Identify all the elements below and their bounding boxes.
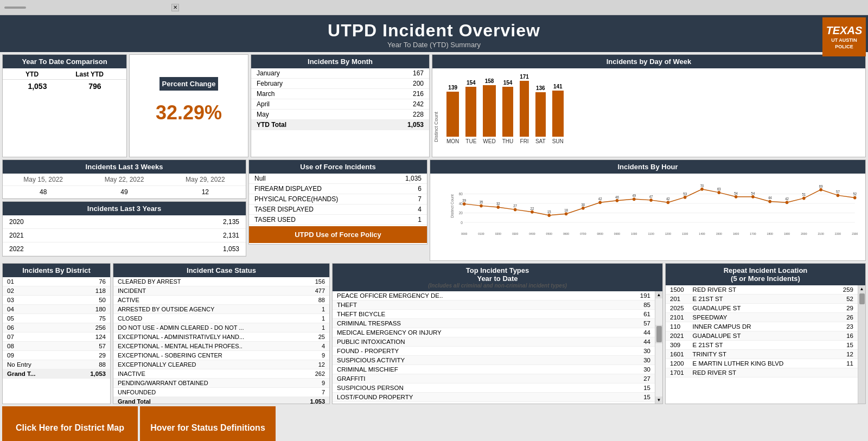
dow-bar-value: 136 xyxy=(536,85,545,91)
page-subtitle: Year To Date (YTD) Summary xyxy=(0,41,868,49)
top-incident-types-box: Top Incident Types Year to Date (Include… xyxy=(332,263,663,404)
svg-text:Distinct Count: Distinct Count xyxy=(451,194,455,218)
svg-text:69: 69 xyxy=(819,184,823,188)
svg-text:2000: 2000 xyxy=(801,232,807,235)
dow-bar-group: 171 FRI xyxy=(520,74,529,144)
svg-text:2200: 2200 xyxy=(835,232,841,235)
dow-bar-day: FRI xyxy=(520,138,529,144)
incidents-by-dow-header: Incidents by Day of Week xyxy=(432,55,865,68)
force-table: Null1,035FIREARM DISPLAYED6PHYSICAL FORC… xyxy=(249,174,427,225)
ytd-val2: 796 xyxy=(88,82,101,91)
svg-text:0700: 0700 xyxy=(580,232,586,235)
weeks-value: 48 xyxy=(3,186,84,199)
repeat-table: 1500RED RIVER ST259201E 21ST ST522025GUA… xyxy=(666,285,858,378)
svg-point-9 xyxy=(463,202,466,206)
repeat-scroll-up[interactable]: ▲ xyxy=(858,285,865,292)
dow-bar xyxy=(483,85,495,137)
scroll-thumb xyxy=(656,326,662,342)
years-table-row: 20221,053 xyxy=(3,242,246,256)
scroll-down-btn[interactable]: ▼ xyxy=(655,397,662,404)
force-table-row: TASER USED1 xyxy=(249,215,427,225)
status-table-row: INCIDENT477 xyxy=(113,286,329,296)
incident-types-table-row: PUBLIC INTOXICATION44 xyxy=(333,337,655,347)
ytd-col1-label: YTD xyxy=(25,71,39,78)
district-table-row: 07124 xyxy=(3,333,110,342)
svg-point-42 xyxy=(649,199,653,202)
svg-text:57: 57 xyxy=(836,190,840,194)
incident-types-table-row: THEFT85 xyxy=(333,301,655,310)
drag-handle[interactable] xyxy=(4,7,26,9)
dow-chart: 139 MON 154 TUE 158 WED 154 THU 171 FRI … xyxy=(441,68,569,144)
repeat-location-table-row: 1601TRINITY ST12 xyxy=(666,350,858,359)
incident-case-status-header: Incident Case Status xyxy=(113,264,329,277)
force-table-row: PHYSICAL FORCE(HANDS)7 xyxy=(249,194,427,204)
hour-chart-container: 0204060Distinct Count3900003501003202002… xyxy=(430,174,865,260)
weeks-value: 49 xyxy=(84,186,164,199)
repeat-scrollbar[interactable]: ▲ xyxy=(858,285,865,404)
dow-bar xyxy=(552,91,564,137)
dow-bar xyxy=(465,87,476,137)
svg-text:2300: 2300 xyxy=(852,232,858,235)
incidents-by-month-box: Incidents By Month January167February200… xyxy=(251,54,430,157)
svg-text:0300: 0300 xyxy=(512,232,518,235)
weeks-date-header: May 22, 2022 xyxy=(84,174,164,186)
svg-point-48 xyxy=(684,196,687,199)
repeat-location-scroll[interactable]: 1500RED RIVER ST259201E 21ST ST522025GUA… xyxy=(666,285,858,404)
svg-point-69 xyxy=(802,196,806,200)
svg-point-33 xyxy=(598,201,602,204)
svg-text:0500: 0500 xyxy=(546,232,552,235)
svg-point-12 xyxy=(480,204,483,207)
percent-change-header: Percent Change xyxy=(159,77,219,91)
svg-text:46: 46 xyxy=(615,195,619,199)
district-table-row: 04180 xyxy=(3,305,110,314)
ytd-comparison-header: Year To Date Comparison xyxy=(3,55,126,68)
incidents-by-district-box: Incidents By District 017602118035004180… xyxy=(2,263,111,404)
svg-text:54: 54 xyxy=(734,191,738,195)
status-definitions-button[interactable]: Hover for Status Definitions xyxy=(140,406,276,441)
dow-bar-value: 154 xyxy=(503,80,513,86)
svg-point-60 xyxy=(751,195,755,199)
svg-text:1600: 1600 xyxy=(733,232,739,235)
incidents-last3years-header: Incidents Last 3 Years xyxy=(3,202,246,215)
dow-bar-day: SAT xyxy=(535,138,546,144)
status-table-row: EXCEPTIONAL - ADMINISTRATIVELY HAND...25 xyxy=(113,333,329,342)
svg-text:15: 15 xyxy=(547,210,551,214)
svg-text:53: 53 xyxy=(683,191,687,195)
district-map-button[interactable]: Click Here for District Map xyxy=(2,406,138,441)
dow-bar xyxy=(446,92,459,137)
incident-types-scrollbar[interactable]: ▲ ▼ xyxy=(655,291,662,404)
svg-text:1200: 1200 xyxy=(665,232,671,235)
district-table-row: 02118 xyxy=(3,286,110,296)
svg-text:0400: 0400 xyxy=(529,232,535,235)
page-header: UTPD Incident Overview Year To Date (YTD… xyxy=(0,15,868,52)
bottom-row: Click Here for District Map Hover for St… xyxy=(2,406,866,441)
svg-text:1400: 1400 xyxy=(699,232,705,235)
weeks-value: 12 xyxy=(165,186,246,199)
svg-text:47: 47 xyxy=(649,195,653,199)
incident-types-table-row: CRIMINAL TRESPASS57 xyxy=(333,319,655,328)
month-table-row: April242 xyxy=(251,99,429,110)
incident-types-scroll[interactable]: PEACE OFFICER EMERGENCY DE..191THEFT85TH… xyxy=(333,291,655,404)
use-of-force-header: Use of Force Incidents xyxy=(249,160,427,174)
ytd-values: 1,053 796 xyxy=(3,80,126,93)
svg-text:1800: 1800 xyxy=(767,232,773,235)
force-policy-button[interactable]: UTPD Use of Force Policy xyxy=(249,226,427,243)
close-button[interactable]: ✕ xyxy=(171,4,179,11)
month-table: January167February200March216April242May… xyxy=(251,68,429,130)
svg-text:0100: 0100 xyxy=(478,232,484,235)
repeat-location-table-row: 110INNER CAMPUS DR23 xyxy=(666,322,858,331)
month-table-row: January167 xyxy=(251,68,429,79)
repeat-location-table-row: 1701RED RIVER ST xyxy=(666,368,858,378)
dow-bar-day: SUN xyxy=(552,138,564,144)
percent-change-value: 32.29% xyxy=(145,91,233,135)
scroll-up-btn[interactable]: ▲ xyxy=(655,291,662,298)
district-table-row: 0176 xyxy=(3,277,110,286)
bottom-spacer xyxy=(278,406,866,441)
dow-bar-group: 154 THU xyxy=(502,80,514,144)
ytd-col2-label: Last YTD xyxy=(75,71,104,78)
texas-logo: TEXAS UT AUSTIN POLICE xyxy=(822,17,866,56)
incidents-by-dow-box: Incidents by Day of Week Distinct Count … xyxy=(432,54,866,157)
repeat-location-table-row: 2021GUADALUPE ST16 xyxy=(666,331,858,341)
dow-bar xyxy=(535,92,546,137)
ytd-comparison-box: Year To Date Comparison YTD Last YTD 1,0… xyxy=(2,54,127,157)
